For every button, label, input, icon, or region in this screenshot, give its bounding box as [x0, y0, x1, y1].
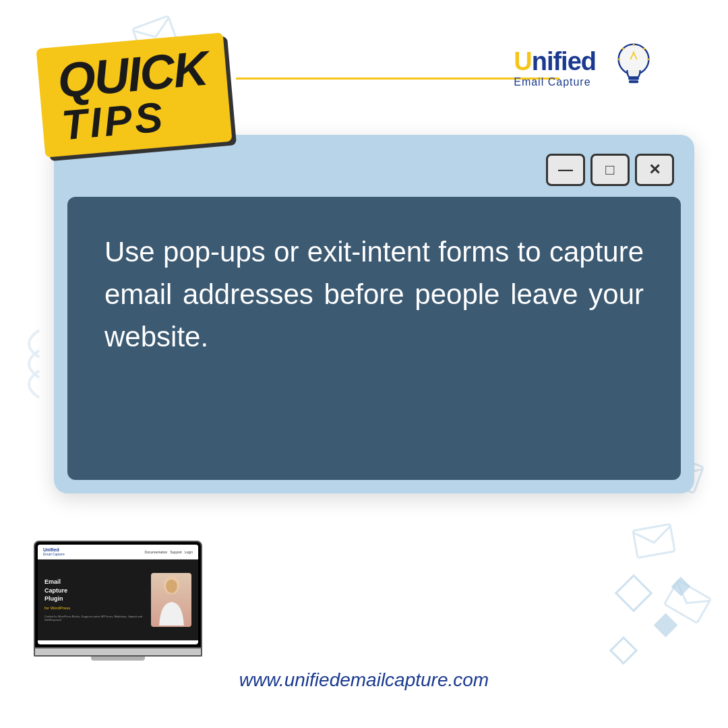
header-line — [236, 78, 559, 80]
close-button[interactable]: ✕ — [635, 154, 674, 186]
diamond-2 — [654, 613, 677, 637]
background: QUICK TIPS Unified Email Capture — □ — [0, 0, 728, 728]
browser-titlebar: — □ ✕ — [67, 148, 681, 197]
svg-rect-7 — [629, 80, 638, 83]
maximize-button[interactable]: □ — [590, 154, 630, 186]
laptop-mockup: Unified Email Capture Documentation Supp… — [34, 541, 202, 661]
logo-tagline: Email Capture — [514, 76, 590, 88]
minimize-button[interactable]: — — [546, 154, 585, 186]
logo-brand: Unified — [514, 47, 596, 76]
laptop-base — [34, 648, 202, 657]
laptop-hero-text: EmailCapturePlugin for WordPress — [44, 578, 147, 611]
lightbulb-icon — [607, 40, 661, 94]
svg-rect-6 — [628, 77, 639, 80]
envelope-icon-4 — [632, 522, 677, 559]
person-silhouette — [153, 575, 190, 626]
curved-lines — [12, 324, 46, 404]
laptop-nav-links: Documentation Support Login — [145, 550, 193, 554]
diamond-1 — [615, 574, 653, 613]
svg-line-12 — [622, 48, 624, 49]
laptop-screen-inner: Unified Email Capture Documentation Supp… — [38, 545, 198, 644]
diamond-3 — [609, 636, 638, 665]
laptop-hero: EmailCapturePlugin for WordPress Crafted… — [38, 559, 198, 640]
browser-window: — □ ✕ Use pop-ups or exit-intent forms t… — [54, 135, 694, 493]
laptop-screen: Unified Email Capture Documentation Supp… — [34, 541, 202, 648]
svg-point-14 — [166, 579, 177, 593]
tip-text: Use pop-ups or exit-intent forms to capt… — [104, 231, 644, 358]
laptop-hero-img — [151, 573, 191, 627]
laptop-logo: Unified Email Capture — [43, 547, 65, 556]
badge-tips-text: TIPS — [60, 92, 213, 146]
laptop-stand — [91, 657, 145, 661]
logo-area: Unified Email Capture — [514, 40, 661, 94]
svg-line-9 — [643, 48, 644, 49]
quick-tips-badge: QUICK TIPS — [36, 32, 232, 158]
logo-box: Unified Email Capture — [514, 47, 596, 88]
browser-content: Use pop-ups or exit-intent forms to capt… — [67, 197, 681, 480]
website-url: www.unifiedemailcapture.com — [239, 669, 489, 691]
laptop-navbar: Unified Email Capture Documentation Supp… — [38, 545, 198, 559]
